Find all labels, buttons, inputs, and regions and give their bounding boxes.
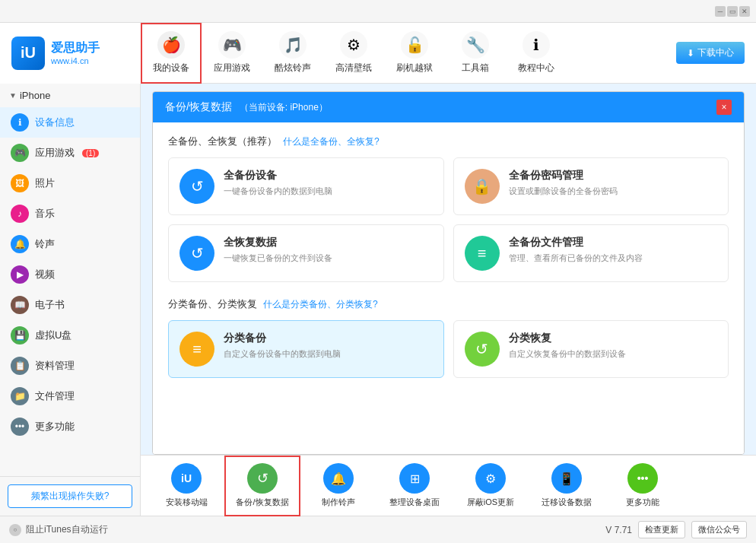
dialog-device-info: （当前设备: iPhone） xyxy=(240,102,328,113)
nav-tab-toolbox[interactable]: 🔧 工具箱 xyxy=(445,23,506,84)
sidebar-icon-device-info: ℹ xyxy=(11,113,29,132)
sidebar-item-device-info[interactable]: ℹ 设备信息 xyxy=(0,107,140,138)
section1-link[interactable]: 什么是全备份、全恢复? xyxy=(283,135,380,148)
sidebar-icon-music: ♪ xyxy=(11,205,29,223)
bottom-label-make-ringtone: 制作铃声 xyxy=(322,497,355,508)
itunes-check: ○ 阻止iTunes自动运行 xyxy=(9,523,108,536)
sidebar-label-ebook: 电子书 xyxy=(35,298,65,312)
feature-card-backup-filemgr[interactable]: ≡ 全备份文件管理 管理、查看所有已备份的文件及内容 xyxy=(453,224,729,282)
sidebar-item-more[interactable]: ••• 更多功能 xyxy=(0,411,140,442)
nav-tabs: 🍎 我的设备 🎮 应用游戏 🎵 酷炫铃声 ⚙ 高清壁纸 🔓 刷机越狱 🔧 工具箱… xyxy=(141,23,676,84)
sidebar-icon-filemgr: 📁 xyxy=(11,387,29,405)
nav-tab-wallpaper[interactable]: ⚙ 高清壁纸 xyxy=(323,23,384,84)
nav-tab-label-toolbox: 工具箱 xyxy=(462,62,489,75)
sidebar-item-ringtones[interactable]: 🔔 铃声 xyxy=(0,229,140,259)
nav-tab-jailbreak[interactable]: 🔓 刷机越狱 xyxy=(384,23,445,84)
feature-desc-backup-pwd: 设置或删除设备的全备份密码 xyxy=(509,186,618,197)
feature-icon-full-restore: ↺ xyxy=(179,236,214,271)
close-btn[interactable]: ✕ xyxy=(739,6,750,17)
nav-tab-tutorial[interactable]: ℹ 教程中心 xyxy=(506,23,567,84)
main-layout: ▼ iPhone ℹ 设备信息 🎮 应用游戏 (1) 🖼 照片 ♪ 音乐 🔔 铃… xyxy=(0,84,756,516)
sidebar-item-filemgr[interactable]: 📁 文件管理 xyxy=(0,381,140,411)
feature-icon-backup-pwd: 🔒 xyxy=(465,169,500,204)
sidebar-item-apps[interactable]: 🎮 应用游戏 (1) xyxy=(0,138,140,168)
feature-desc-full-backup: 一键备份设备内的数据到电脑 xyxy=(224,186,332,197)
sidebar-item-music[interactable]: ♪ 音乐 xyxy=(0,198,140,229)
nav-tab-label-appgame: 应用游戏 xyxy=(214,62,250,75)
sidebar-icon-datamgr: 📋 xyxy=(11,357,29,375)
sidebar-label-filemgr: 文件管理 xyxy=(35,389,75,403)
sidebar-item-udisk[interactable]: 💾 虚拟U盘 xyxy=(0,320,140,351)
logo-url: www.i4.cn xyxy=(51,56,100,65)
bottom-btn-install-app[interactable]: iU 安装移动端 xyxy=(148,456,224,516)
nav-tab-label-tutorial: 教程中心 xyxy=(518,62,554,75)
bottom-icon-more-features: ••• xyxy=(627,463,658,494)
feature-icon-category-restore: ↺ xyxy=(465,332,500,367)
feature-card-full-backup[interactable]: ↺ 全备份设备 一键备份设备内的数据到电脑 xyxy=(168,157,444,215)
bottom-icon-organize-desktop: ⊞ xyxy=(399,463,430,494)
feature-text-backup-filemgr: 全备份文件管理 管理、查看所有已备份的文件及内容 xyxy=(509,236,643,264)
sidebar-footer: 频繁出现操作失败? xyxy=(0,476,140,516)
feature-card-full-restore[interactable]: ↺ 全恢复数据 一键恢复已备份的文件到设备 xyxy=(168,224,444,282)
dialog-header: 备份/恢复数据 （当前设备: iPhone） × xyxy=(153,92,744,122)
window-controls[interactable]: ─ ▭ ✕ xyxy=(715,6,750,17)
bottom-label-organize-desktop: 整理设备桌面 xyxy=(389,497,440,508)
minimize-btn[interactable]: ─ xyxy=(715,6,726,17)
nav-tab-icon-toolbox: 🔧 xyxy=(462,31,489,59)
section2-link[interactable]: 什么是分类备份、分类恢复? xyxy=(263,298,378,311)
sidebar-menu: ℹ 设备信息 🎮 应用游戏 (1) 🖼 照片 ♪ 音乐 🔔 铃声 ▶ 视频 xyxy=(0,107,140,476)
bottom-toolbar: iU 安装移动端 ↺ 备份/恢复数据 🔔 制作铃声 ⊞ 整理设备桌面 ⚙ 屏蔽i… xyxy=(141,455,756,516)
sidebar-icon-ringtones: 🔔 xyxy=(11,235,29,253)
feature-title-full-backup: 全备份设备 xyxy=(224,169,332,183)
sidebar-label-device-info: 设备信息 xyxy=(35,116,75,129)
feature-grid-top: ↺ 全备份设备 一键备份设备内的数据到电脑 🔒 全备份密码管理 设置或删除设备的… xyxy=(168,157,729,282)
bottom-btn-organize-desktop[interactable]: ⊞ 整理设备桌面 xyxy=(376,456,453,516)
section1-title: 全备份、全恢复（推荐） 什么是全备份、全恢复? xyxy=(168,135,729,148)
sidebar-item-ebook[interactable]: 📖 电子书 xyxy=(0,290,140,320)
freq-btn[interactable]: 频繁出现操作失败? xyxy=(8,484,132,508)
feature-title-category-backup: 分类备份 xyxy=(224,332,341,345)
backup-restore-dialog: 备份/恢复数据 （当前设备: iPhone） × 全备份、全恢复（推荐） 什么是… xyxy=(152,91,745,455)
bottom-btn-more-features[interactable]: ••• 更多功能 xyxy=(605,456,681,516)
nav-tab-label-jailbreak: 刷机越狱 xyxy=(396,62,433,75)
sidebar-item-datamgr[interactable]: 📋 资料管理 xyxy=(0,351,140,381)
nav-tab-appgame[interactable]: 🎮 应用游戏 xyxy=(202,23,262,84)
check-update-btn[interactable]: 检查更新 xyxy=(638,521,685,538)
bottom-btn-shield-ios[interactable]: ⚙ 屏蔽iOS更新 xyxy=(453,456,529,516)
feature-card-category-restore[interactable]: ↺ 分类恢复 自定义恢复备份中的数据到设备 xyxy=(453,320,729,378)
nav-tab-ringtone[interactable]: 🎵 酷炫铃声 xyxy=(262,23,323,84)
feature-card-category-backup[interactable]: ≡ 分类备份 自定义备份设备中的数据到电脑 xyxy=(168,320,444,378)
nav-tab-icon-tutorial: ℹ xyxy=(523,31,550,59)
wechat-btn[interactable]: 微信公众号 xyxy=(691,521,747,538)
dialog-close-btn[interactable]: × xyxy=(716,100,732,115)
bottom-btn-migrate-data[interactable]: 📱 迁移设备数据 xyxy=(529,456,605,516)
sidebar-label-more: 更多功能 xyxy=(35,420,75,433)
bottom-btn-backup-restore[interactable]: ↺ 备份/恢复数据 xyxy=(224,456,300,516)
sidebar-icon-photos: 🖼 xyxy=(11,174,29,192)
itunes-label: 阻止iTunes自动运行 xyxy=(26,523,108,536)
feature-desc-backup-filemgr: 管理、查看所有已备份的文件及内容 xyxy=(509,252,643,264)
sidebar-item-photos[interactable]: 🖼 照片 xyxy=(0,168,140,198)
download-icon: ⬇ xyxy=(687,48,694,59)
bottom-icon-migrate-data: 📱 xyxy=(551,463,582,494)
feature-text-category-backup: 分类备份 自定义备份设备中的数据到电脑 xyxy=(224,332,341,360)
status-right: V 7.71 检查更新 微信公众号 xyxy=(605,521,747,538)
bottom-icon-install-app: iU xyxy=(171,463,202,494)
sidebar-label-udisk: 虚拟U盘 xyxy=(35,329,71,342)
logo-area: iU 爱思助手 www.i4.cn xyxy=(0,23,141,84)
dialog-body: 全备份、全恢复（推荐） 什么是全备份、全恢复? ↺ 全备份设备 一键备份设备内的… xyxy=(153,122,744,454)
sidebar-item-video[interactable]: ▶ 视频 xyxy=(0,259,140,290)
restore-btn[interactable]: ▭ xyxy=(727,6,738,17)
sidebar-label-ringtones: 铃声 xyxy=(35,237,55,251)
bottom-btn-make-ringtone[interactable]: 🔔 制作铃声 xyxy=(300,456,376,516)
nav-tab-mydevice[interactable]: 🍎 我的设备 xyxy=(141,23,202,84)
download-btn[interactable]: ⬇ 下载中心 xyxy=(676,42,745,64)
feature-text-full-backup: 全备份设备 一键备份设备内的数据到电脑 xyxy=(224,169,332,197)
sidebar-icon-video: ▶ xyxy=(11,265,29,284)
nav-tab-icon-wallpaper: ⚙ xyxy=(340,31,367,59)
feature-icon-full-backup: ↺ xyxy=(179,169,214,204)
status-bar: ○ 阻止iTunes自动运行 V 7.71 检查更新 微信公众号 xyxy=(0,516,756,543)
circle-icon: ○ xyxy=(9,524,21,536)
bottom-label-migrate-data: 迁移设备数据 xyxy=(542,497,592,508)
feature-card-backup-pwd[interactable]: 🔒 全备份密码管理 设置或删除设备的全备份密码 xyxy=(453,157,729,215)
